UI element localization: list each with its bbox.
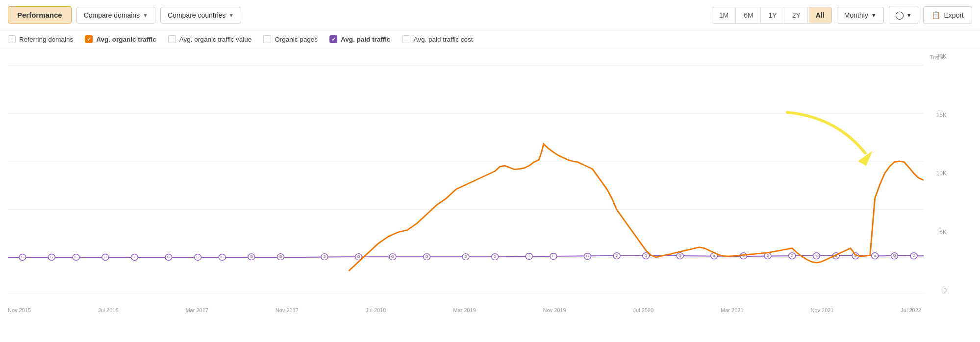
toolbar: Performance Compare domains ▼ Compare co… [0, 0, 980, 30]
compare-countries-button[interactable]: Compare countries ▼ [160, 7, 241, 24]
svg-text:G: G [21, 255, 24, 259]
filter-avg-paid-traffic-label: Avg. paid traffic [341, 36, 391, 43]
svg-text:G: G [279, 254, 282, 259]
svg-text:G: G [391, 254, 394, 259]
filter-avg-paid-traffic[interactable]: ✓ Avg. paid traffic [329, 35, 391, 43]
filter-organic-pages[interactable]: Organic pages [263, 35, 318, 43]
svg-text:2: 2 [913, 253, 915, 258]
svg-text:2: 2 [324, 254, 326, 259]
filter-avg-paid-traffic-checkbox[interactable]: ✓ [329, 35, 337, 43]
svg-text:G: G [586, 254, 589, 258]
svg-text:G: G [357, 254, 360, 259]
monthly-label: Monthly [844, 11, 868, 19]
svg-text:G: G [893, 253, 896, 258]
x-label-mar2017: Mar 2017 [185, 307, 208, 313]
filter-referring-domains-checkbox[interactable] [8, 35, 16, 43]
export-button[interactable]: 📋 Export [923, 6, 972, 24]
svg-text:G: G [494, 254, 497, 259]
x-label-mar2021: Mar 2021 [721, 307, 743, 313]
svg-text:G: G [528, 254, 530, 258]
time-btn-2y[interactable]: 2Y [785, 7, 808, 23]
svg-text:G: G [104, 255, 107, 259]
x-axis-labels: Nov 2015 Jul 2016 Mar 2017 Nov 2017 Jul … [8, 305, 921, 313]
yellow-arrow-annotation [787, 112, 873, 166]
svg-text:G: G [552, 254, 555, 258]
x-label-jul2020: Jul 2020 [633, 307, 654, 313]
filter-avg-organic-traffic-value[interactable]: Avg. organic traffic value [168, 35, 251, 43]
filter-organic-pages-checkbox[interactable] [263, 35, 271, 43]
export-label: Export [944, 11, 964, 19]
compare-countries-arrow-icon: ▼ [228, 12, 234, 18]
svg-text:2: 2 [465, 254, 467, 259]
search-type-icon: ◯ [895, 10, 904, 20]
chart-area: Traffic 20K 15K 10K 5K 0 [0, 49, 980, 342]
svg-text:a: a [874, 253, 876, 258]
time-btn-all[interactable]: All [809, 7, 831, 23]
monthly-arrow-icon: ▼ [871, 12, 877, 18]
y-label-15k: 15K [936, 112, 947, 118]
x-label-nov2015: Nov 2015 [8, 307, 31, 313]
x-label-jul2022: Jul 2022 [901, 307, 921, 313]
y-label-0: 0 [943, 288, 947, 293]
time-btn-1m[interactable]: 1M [712, 7, 736, 23]
time-range-buttons: 1M 6M 1Y 2Y All [712, 7, 832, 24]
x-label-jul2018: Jul 2018 [366, 307, 386, 313]
y-label-20k: 20K [936, 53, 947, 59]
svg-text:G: G [250, 254, 253, 259]
svg-text:G: G [221, 255, 224, 259]
compare-domains-label: Compare domains [84, 11, 140, 19]
search-type-button[interactable]: ◯ ▼ [889, 6, 918, 24]
filter-avg-organic-traffic-value-label: Avg. organic traffic value [179, 36, 251, 43]
filter-organic-pages-label: Organic pages [275, 36, 318, 43]
svg-text:2: 2 [791, 253, 793, 258]
svg-text:G: G [196, 255, 199, 259]
svg-text:G: G [50, 255, 53, 259]
chart-svg: G G G G 2 G G G G G 2 G G G 2 G G G G 2 [8, 53, 924, 293]
checkmark-icon: ✓ [87, 36, 91, 43]
svg-text:G: G [167, 255, 170, 259]
time-btn-1y[interactable]: 1Y [762, 7, 784, 23]
performance-button[interactable]: Performance [8, 6, 72, 24]
compare-countries-label: Compare countries [168, 11, 226, 19]
filter-avg-paid-traffic-cost[interactable]: Avg. paid traffic cost [402, 35, 473, 43]
x-label-nov2019: Nov 2019 [543, 307, 566, 313]
chart-container: Traffic 20K 15K 10K 5K 0 [8, 53, 951, 313]
export-icon: 📋 [931, 11, 941, 20]
svg-text:a: a [713, 253, 716, 258]
monthly-button[interactable]: Monthly ▼ [837, 7, 884, 24]
y-axis-labels: 20K 15K 10K 5K 0 [936, 53, 947, 293]
svg-text:G: G [678, 253, 681, 258]
svg-text:G: G [425, 254, 428, 259]
filter-avg-organic-traffic-checkbox[interactable]: ✓ [85, 35, 93, 43]
filter-avg-paid-traffic-cost-label: Avg. paid traffic cost [414, 36, 473, 43]
x-label-jul2016: Jul 2016 [98, 307, 119, 313]
svg-text:2: 2 [616, 253, 618, 258]
svg-text:a: a [815, 253, 818, 258]
svg-text:G: G [75, 255, 77, 259]
filter-avg-organic-traffic[interactable]: ✓ Avg. organic traffic [85, 35, 156, 43]
y-label-5k: 5K [939, 229, 947, 235]
svg-text:G: G [645, 253, 648, 258]
compare-domains-button[interactable]: Compare domains ▼ [76, 7, 155, 24]
svg-text:2: 2 [133, 255, 135, 259]
filter-avg-organic-traffic-value-checkbox[interactable] [168, 35, 176, 43]
filter-referring-domains-label: Referring domains [19, 36, 73, 43]
time-btn-6m[interactable]: 6M [737, 7, 760, 23]
y-label-10k: 10K [936, 171, 947, 176]
compare-domains-arrow-icon: ▼ [143, 12, 148, 18]
x-label-nov2021: Nov 2021 [810, 307, 833, 313]
filter-bar: Referring domains ✓ Avg. organic traffic… [0, 30, 980, 49]
filter-avg-paid-traffic-cost-checkbox[interactable] [402, 35, 410, 43]
x-label-nov2017: Nov 2017 [276, 307, 299, 313]
checkmark-icon-2: ✓ [331, 36, 336, 43]
filter-referring-domains[interactable]: Referring domains [8, 35, 73, 43]
search-type-arrow-icon: ▼ [906, 12, 912, 18]
x-label-mar2019: Mar 2019 [453, 307, 476, 313]
filter-avg-organic-traffic-label: Avg. organic traffic [96, 36, 156, 43]
svg-text:2: 2 [767, 253, 769, 258]
